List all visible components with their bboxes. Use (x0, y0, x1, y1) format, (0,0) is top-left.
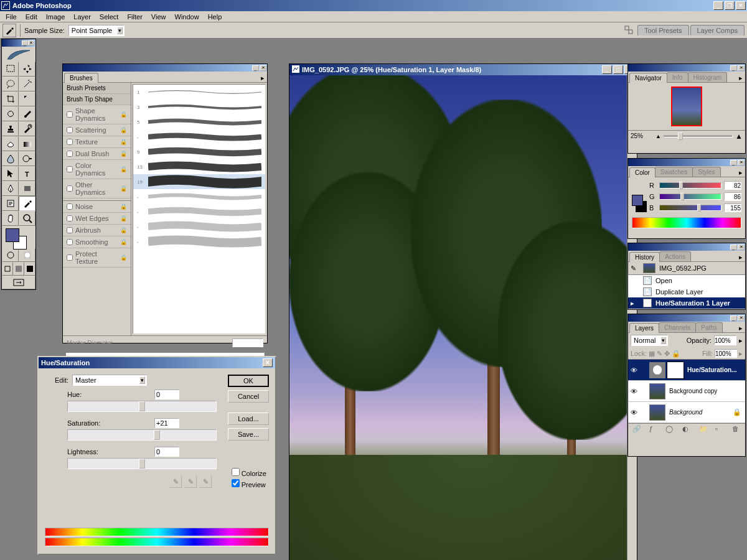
visibility-icon[interactable]: 👁 (629, 408, 638, 417)
panel-menu-icon[interactable]: ▸ (258, 74, 267, 82)
panel-menu-icon[interactable]: ▸ (736, 74, 745, 82)
saturation-slider[interactable] (67, 429, 217, 441)
lock-position-icon[interactable]: ✥ (664, 350, 670, 358)
palette-well-icon[interactable] (622, 24, 636, 37)
close-button[interactable]: ✕ (736, 1, 746, 10)
brush-opt-color[interactable]: Color Dynamics🔒 (63, 160, 131, 179)
brush-tool[interactable] (19, 106, 35, 121)
marquee-tool[interactable] (2, 62, 19, 77)
brush-opt-smoothing[interactable]: Smoothing🔒 (63, 236, 131, 248)
save-button[interactable]: Save... (228, 428, 269, 441)
hand-tool[interactable] (2, 211, 19, 226)
tab-swatches[interactable]: Swatches (655, 167, 693, 177)
color-swatches[interactable] (2, 226, 35, 248)
panel-menu-icon[interactable]: ▸ (736, 169, 745, 177)
r-slider[interactable] (659, 182, 721, 189)
menu-file[interactable]: File (1, 12, 21, 22)
path-select-tool[interactable] (2, 166, 19, 181)
tab-info[interactable]: Info (667, 72, 688, 82)
eraser-tool[interactable] (2, 136, 19, 151)
hue-slider[interactable] (67, 401, 217, 412)
layer-mask-thumb[interactable] (667, 362, 684, 378)
tab-history[interactable]: History (629, 252, 660, 262)
toolbox-minimize[interactable]: _ (22, 40, 28, 45)
eyedropper-plus-icon[interactable]: ✎ (184, 475, 197, 488)
tab-layer-comps[interactable]: Layer Comps (690, 25, 745, 35)
stamp-tool[interactable] (2, 121, 19, 136)
dodge-tool[interactable] (19, 151, 35, 166)
opacity-arrow[interactable]: ▸ (739, 337, 743, 345)
tab-brushes[interactable]: Brushes (64, 73, 98, 83)
ok-button[interactable]: OK (228, 375, 269, 387)
brush-opt-shape[interactable]: Shape Dynamics🔒 (63, 105, 131, 124)
quickmask-on[interactable] (19, 248, 35, 262)
history-item[interactable]: 📄Duplicate Layer (628, 286, 745, 297)
history-brush-tool[interactable] (19, 121, 35, 136)
history-item[interactable]: 📄Open (628, 275, 745, 286)
edit-dropdown[interactable]: Master (72, 375, 147, 386)
menu-layer[interactable]: Layer (69, 12, 95, 22)
dialog-close[interactable]: ✕ (263, 358, 273, 367)
gradient-tool[interactable] (19, 136, 35, 151)
color-spectrum[interactable] (632, 217, 741, 228)
fx-icon[interactable]: ƒ (649, 425, 658, 434)
eyedropper-minus-icon[interactable]: ✎ (199, 475, 212, 488)
b-slider[interactable] (659, 205, 721, 211)
history-item[interactable]: ▸◐Hue/Saturation 1 Layer (628, 297, 745, 309)
g-slider[interactable] (659, 194, 721, 200)
g-input[interactable] (724, 192, 741, 201)
wand-tool[interactable] (19, 77, 35, 91)
visibility-icon[interactable]: 👁 (629, 366, 638, 375)
minimize-button[interactable]: _ (713, 1, 723, 10)
healing-tool[interactable] (2, 106, 19, 121)
layer-thumb[interactable] (649, 404, 665, 421)
slice-tool[interactable] (19, 91, 35, 106)
screen-mode-standard[interactable] (2, 262, 13, 276)
menu-window[interactable]: Window (171, 12, 204, 22)
blend-mode-dropdown[interactable]: Normal (631, 335, 668, 346)
maximize-button[interactable]: ❐ (725, 1, 735, 10)
panel-minimize[interactable]: _ (730, 65, 737, 71)
brush-opt-scattering[interactable]: Scattering🔒 (63, 124, 131, 136)
screen-mode-full-menu[interactable] (13, 262, 24, 276)
panel-close[interactable]: ✕ (738, 245, 745, 250)
doc-minimize[interactable]: _ (602, 65, 612, 74)
layer-item[interactable]: 👁 Hue/Saturation... (628, 360, 745, 381)
menu-select[interactable]: Select (95, 12, 123, 22)
document-canvas[interactable] (289, 75, 637, 560)
r-input[interactable] (724, 181, 741, 190)
saturation-input[interactable] (154, 418, 179, 428)
brush-stroke-list[interactable]: 1 3 5 - 9 13 19 - - - - (133, 84, 266, 334)
screen-mode-full[interactable] (24, 262, 35, 276)
history-brush-icon[interactable]: ✎ (631, 264, 639, 273)
brush-opt-wet[interactable]: Wet Edges🔒 (63, 213, 131, 225)
brush-opt-airbrush[interactable]: Airbrush🔒 (63, 225, 131, 236)
opacity-input[interactable] (714, 335, 736, 345)
panel-close[interactable]: ✕ (738, 65, 745, 71)
tab-styles[interactable]: Styles (692, 167, 720, 177)
menu-view[interactable]: View (147, 12, 171, 22)
link-icon[interactable]: 🔗 (632, 425, 641, 434)
cancel-button[interactable]: Cancel (228, 390, 269, 403)
b-input[interactable] (724, 203, 741, 212)
load-button[interactable]: Load... (228, 413, 269, 425)
hue-input[interactable] (154, 390, 179, 399)
tab-histogram[interactable]: Histogram (688, 72, 728, 82)
folder-icon[interactable]: 📁 (699, 425, 708, 434)
panel-close[interactable]: ✕ (738, 160, 745, 166)
preview-checkbox[interactable]: Preview (232, 479, 266, 488)
brush-presets-header[interactable]: Brush Presets (63, 83, 131, 94)
master-diameter-input[interactable] (232, 338, 263, 347)
menu-filter[interactable]: Filter (123, 12, 146, 22)
lock-paint-icon[interactable]: ✎ (657, 350, 662, 358)
navigator-thumbnail[interactable] (671, 86, 702, 126)
jump-to-imageready[interactable] (2, 276, 35, 289)
lock-transparency-icon[interactable]: ▦ (649, 350, 655, 358)
panel-close[interactable]: ✕ (738, 315, 745, 321)
type-tool[interactable]: T (19, 166, 35, 181)
panel-minimize[interactable]: _ (730, 315, 737, 321)
brush-tip-shape[interactable]: Brush Tip Shape (63, 94, 131, 105)
tab-tool-presets[interactable]: Tool Presets (637, 25, 689, 35)
lightness-input[interactable] (154, 447, 179, 457)
move-tool[interactable] (19, 62, 35, 77)
